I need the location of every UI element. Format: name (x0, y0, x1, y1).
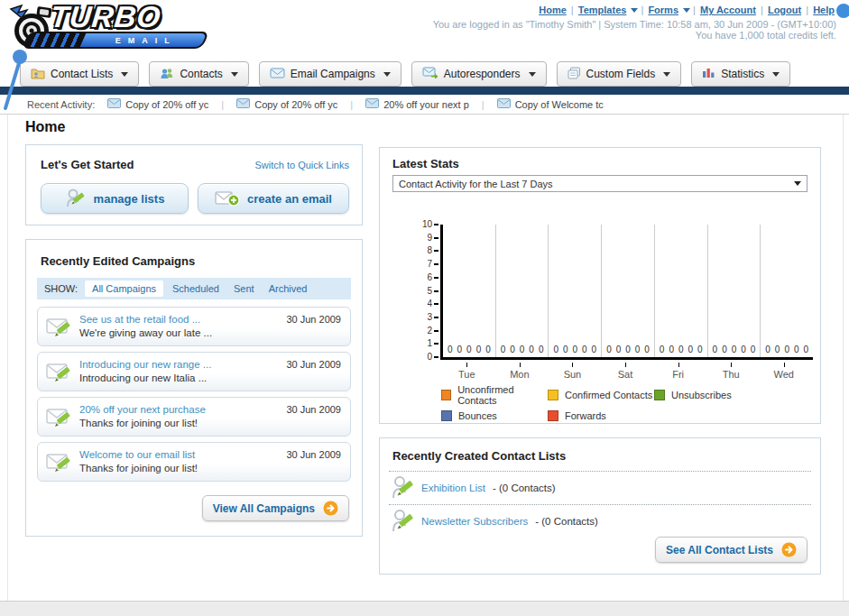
filter-scheduled[interactable]: Scheduled (172, 283, 219, 294)
header-link-my-account[interactable]: My Account (700, 5, 756, 15)
campaign-date: 30 Jun 2009 (286, 359, 341, 370)
tab-autoresponders[interactable]: Autoresponders (411, 61, 547, 87)
switch-to-quick-links-link[interactable]: Switch to Quick Links (254, 160, 349, 170)
header-link-templates[interactable]: Templates (578, 5, 627, 15)
chart-zero-values: 00000 (655, 345, 707, 354)
y-tick-label: 7 (412, 259, 432, 269)
campaign-title-link[interactable]: Introducing our new range ... (79, 359, 211, 370)
campaign-card: 20% off your next purchaseThanks for joi… (37, 397, 351, 437)
turbo-email-logo[interactable]: TURBO EMAIL (7, 2, 233, 54)
campaign-subtitle: Thanks for joining our list! (79, 463, 198, 473)
x-axis-label-tue: Tue (440, 363, 494, 380)
y-tick-mark (434, 343, 438, 345)
get-started-title: Let's Get Started (41, 158, 134, 171)
tab-custom-fields[interactable]: Custom Fields (557, 61, 682, 87)
header-link-logout[interactable]: Logout (768, 5, 801, 15)
data-label: 0 (563, 345, 568, 354)
footer-strip (0, 601, 849, 616)
campaign-subtitle: We're giving away our late ... (79, 327, 212, 338)
tab-contact-lists[interactable]: Contact Lists (20, 61, 139, 87)
latest-stats-panel: Latest Stats Contact Activity for the La… (379, 147, 821, 424)
stats-range-dropdown[interactable]: Contact Activity for the Last 7 Days (392, 175, 807, 192)
envelope-pencil-icon (46, 405, 73, 434)
data-label: 0 (616, 345, 622, 354)
recent-activity-item-label: Copy of Welcome tc (515, 99, 604, 110)
y-tick-label: 3 (412, 312, 432, 322)
person-pencil-icon (391, 474, 414, 501)
data-label: 0 (697, 345, 703, 354)
envelope-pencil-icon (46, 315, 73, 344)
dotted-divider (389, 504, 811, 505)
recent-activity-item[interactable]: Copy of 20% off yc (107, 98, 208, 110)
filter-sent[interactable]: Sent (234, 283, 254, 294)
see-all-contact-lists-button[interactable]: See All Contact Lists (655, 537, 807, 563)
chart-zero-values: 00000 (708, 345, 761, 354)
x-tick-mark (731, 363, 732, 367)
data-label: 0 (678, 345, 684, 354)
campaign-card: See us at the retail food ...We're givin… (37, 307, 351, 346)
data-label: 0 (688, 345, 694, 354)
chart-day-group: 00000 (496, 225, 549, 357)
envelope-pencil-icon (46, 450, 73, 479)
orange-arrow-icon (781, 542, 797, 557)
create-an-email-button[interactable]: create an email (198, 183, 349, 214)
chevron-down-icon (121, 72, 128, 77)
data-label: 0 (635, 345, 641, 354)
data-label: 0 (775, 345, 780, 354)
chart-zero-values: 00000 (549, 345, 601, 354)
filter-archived[interactable]: Archived (269, 283, 308, 294)
email-campaigns-icon (270, 68, 285, 81)
tab-contacts[interactable]: Contacts (149, 61, 248, 87)
y-tick-mark (434, 237, 438, 239)
tab-email-campaigns[interactable]: Email Campaigns (259, 61, 401, 87)
contact-list-name-link[interactable]: Exhibition List (421, 483, 485, 493)
recent-activity-item-label: Copy of 20% off yc (254, 99, 337, 110)
data-label: 0 (501, 345, 506, 354)
data-label: 0 (751, 345, 756, 354)
tab-statistics[interactable]: Statistics (691, 61, 790, 87)
separator: | (482, 99, 484, 110)
contacts-icon (160, 67, 174, 82)
contact-list-name-link[interactable]: Newsletter Subscribers (421, 516, 528, 527)
y-tick-label: 5 (412, 286, 432, 296)
y-tick-label: 9 (412, 233, 432, 243)
data-label: 0 (520, 345, 525, 354)
y-tick-mark (434, 263, 438, 265)
campaign-title-link[interactable]: Welcome to our email list (79, 449, 195, 460)
y-tick-label: 1 (412, 338, 432, 348)
data-label: 0 (573, 345, 578, 354)
data-label: 0 (529, 345, 534, 354)
manage-lists-button[interactable]: manage lists (41, 183, 189, 214)
separator: | (221, 99, 224, 110)
data-label: 0 (784, 345, 789, 354)
recent-activity-item[interactable]: Copy of Welcome tc (497, 98, 604, 110)
recent-activity-item-label: Copy of 20% off yc (125, 99, 208, 110)
campaign-title-link[interactable]: See us at the retail food ... (79, 314, 200, 325)
campaign-title-link[interactable]: 20% off your next purchase (79, 404, 206, 415)
header-link-forms[interactable]: Forms (648, 5, 678, 15)
filter-all-campaigns[interactable]: All Campaigns (85, 280, 163, 297)
x-axis-label-wed: Wed (757, 363, 810, 380)
recently-created-contact-lists-panel: Recently Created Contact Lists Exhibitio… (379, 437, 821, 575)
recent-activity-item[interactable]: Copy of 20% off yc (236, 98, 337, 110)
view-all-campaigns-button[interactable]: View All Campaigns (202, 495, 349, 521)
header-link-home[interactable]: Home (539, 5, 567, 15)
header-link-help[interactable]: Help (813, 5, 835, 15)
campaigns-title: Recently Edited Campaigns (41, 254, 195, 268)
logo-title: TURBO (49, 4, 207, 31)
legend-swatch (548, 410, 558, 421)
data-label: 0 (660, 345, 665, 354)
campaign-card: Welcome to our email listThanks for join… (37, 442, 351, 482)
campaign-subtitle: Thanks for joining our list! (79, 418, 198, 428)
separator: | (350, 99, 353, 110)
recent-activity-item[interactable]: 20% off your next p (365, 98, 469, 110)
legend-item-forwards: Forwards (548, 410, 654, 421)
legend-item-unconfirmed-contacts: Unconfirmed Contacts (441, 384, 548, 406)
contact-list-item: Newsletter Subscribers - (0 Contacts) (391, 508, 598, 535)
envelope-pencil-icon (46, 360, 73, 389)
x-axis-label-sat: Sat (599, 363, 652, 380)
custom-fields-icon (568, 67, 581, 82)
y-tick-label: 0 (412, 352, 432, 362)
data-label: 0 (741, 345, 746, 354)
chart-legend: Unconfirmed ContactsConfirmed ContactsUn… (441, 384, 789, 421)
